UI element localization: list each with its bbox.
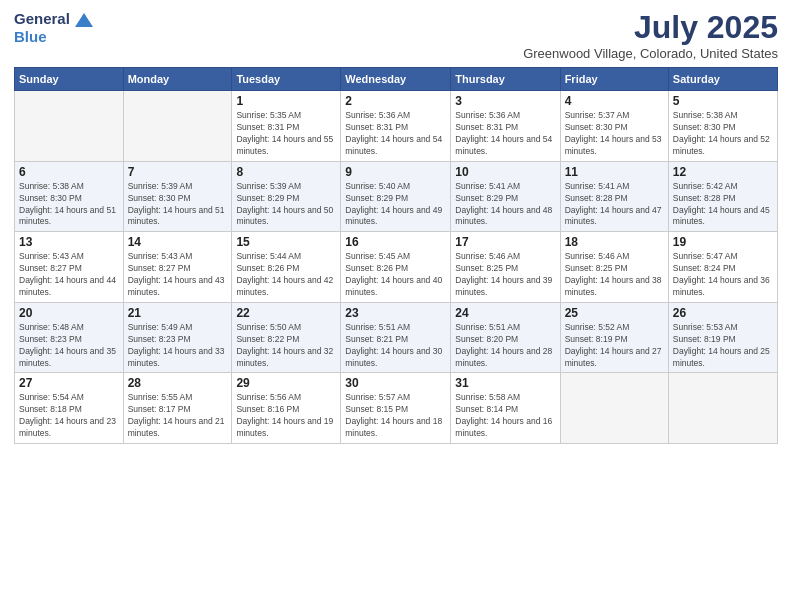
day-info: Sunrise: 5:44 AM Sunset: 8:26 PM Dayligh… bbox=[236, 251, 336, 299]
day-number: 31 bbox=[455, 376, 555, 390]
day-number: 30 bbox=[345, 376, 446, 390]
table-row: 9Sunrise: 5:40 AM Sunset: 8:29 PM Daylig… bbox=[341, 161, 451, 232]
day-number: 18 bbox=[565, 235, 664, 249]
day-info: Sunrise: 5:43 AM Sunset: 8:27 PM Dayligh… bbox=[128, 251, 228, 299]
calendar-week-row: 1Sunrise: 5:35 AM Sunset: 8:31 PM Daylig… bbox=[15, 91, 778, 162]
table-row: 28Sunrise: 5:55 AM Sunset: 8:17 PM Dayli… bbox=[123, 373, 232, 444]
day-info: Sunrise: 5:52 AM Sunset: 8:19 PM Dayligh… bbox=[565, 322, 664, 370]
table-row: 29Sunrise: 5:56 AM Sunset: 8:16 PM Dayli… bbox=[232, 373, 341, 444]
day-info: Sunrise: 5:36 AM Sunset: 8:31 PM Dayligh… bbox=[345, 110, 446, 158]
table-row: 12Sunrise: 5:42 AM Sunset: 8:28 PM Dayli… bbox=[668, 161, 777, 232]
day-number: 26 bbox=[673, 306, 773, 320]
day-number: 13 bbox=[19, 235, 119, 249]
calendar-week-row: 20Sunrise: 5:48 AM Sunset: 8:23 PM Dayli… bbox=[15, 302, 778, 373]
calendar-week-row: 27Sunrise: 5:54 AM Sunset: 8:18 PM Dayli… bbox=[15, 373, 778, 444]
page: General Blue July 2025 Greenwood Village… bbox=[0, 0, 792, 612]
table-row: 3Sunrise: 5:36 AM Sunset: 8:31 PM Daylig… bbox=[451, 91, 560, 162]
table-row: 14Sunrise: 5:43 AM Sunset: 8:27 PM Dayli… bbox=[123, 232, 232, 303]
day-number: 20 bbox=[19, 306, 119, 320]
day-info: Sunrise: 5:54 AM Sunset: 8:18 PM Dayligh… bbox=[19, 392, 119, 440]
table-row: 24Sunrise: 5:51 AM Sunset: 8:20 PM Dayli… bbox=[451, 302, 560, 373]
table-row: 17Sunrise: 5:46 AM Sunset: 8:25 PM Dayli… bbox=[451, 232, 560, 303]
logo-icon bbox=[75, 13, 93, 27]
table-row: 5Sunrise: 5:38 AM Sunset: 8:30 PM Daylig… bbox=[668, 91, 777, 162]
day-info: Sunrise: 5:41 AM Sunset: 8:28 PM Dayligh… bbox=[565, 181, 664, 229]
day-info: Sunrise: 5:41 AM Sunset: 8:29 PM Dayligh… bbox=[455, 181, 555, 229]
day-number: 5 bbox=[673, 94, 773, 108]
day-number: 3 bbox=[455, 94, 555, 108]
table-row bbox=[15, 91, 124, 162]
day-info: Sunrise: 5:58 AM Sunset: 8:14 PM Dayligh… bbox=[455, 392, 555, 440]
day-info: Sunrise: 5:42 AM Sunset: 8:28 PM Dayligh… bbox=[673, 181, 773, 229]
day-info: Sunrise: 5:53 AM Sunset: 8:19 PM Dayligh… bbox=[673, 322, 773, 370]
table-row bbox=[123, 91, 232, 162]
day-info: Sunrise: 5:50 AM Sunset: 8:22 PM Dayligh… bbox=[236, 322, 336, 370]
day-number: 29 bbox=[236, 376, 336, 390]
day-number: 6 bbox=[19, 165, 119, 179]
col-wednesday: Wednesday bbox=[341, 68, 451, 91]
table-row: 6Sunrise: 5:38 AM Sunset: 8:30 PM Daylig… bbox=[15, 161, 124, 232]
day-info: Sunrise: 5:46 AM Sunset: 8:25 PM Dayligh… bbox=[565, 251, 664, 299]
col-monday: Monday bbox=[123, 68, 232, 91]
day-info: Sunrise: 5:57 AM Sunset: 8:15 PM Dayligh… bbox=[345, 392, 446, 440]
day-info: Sunrise: 5:45 AM Sunset: 8:26 PM Dayligh… bbox=[345, 251, 446, 299]
table-row: 31Sunrise: 5:58 AM Sunset: 8:14 PM Dayli… bbox=[451, 373, 560, 444]
table-row: 18Sunrise: 5:46 AM Sunset: 8:25 PM Dayli… bbox=[560, 232, 668, 303]
col-thursday: Thursday bbox=[451, 68, 560, 91]
day-info: Sunrise: 5:43 AM Sunset: 8:27 PM Dayligh… bbox=[19, 251, 119, 299]
day-info: Sunrise: 5:40 AM Sunset: 8:29 PM Dayligh… bbox=[345, 181, 446, 229]
table-row: 11Sunrise: 5:41 AM Sunset: 8:28 PM Dayli… bbox=[560, 161, 668, 232]
day-number: 17 bbox=[455, 235, 555, 249]
day-number: 4 bbox=[565, 94, 664, 108]
day-number: 11 bbox=[565, 165, 664, 179]
table-row: 10Sunrise: 5:41 AM Sunset: 8:29 PM Dayli… bbox=[451, 161, 560, 232]
day-info: Sunrise: 5:39 AM Sunset: 8:29 PM Dayligh… bbox=[236, 181, 336, 229]
day-info: Sunrise: 5:47 AM Sunset: 8:24 PM Dayligh… bbox=[673, 251, 773, 299]
table-row bbox=[668, 373, 777, 444]
month-year: July 2025 bbox=[523, 10, 778, 45]
table-row: 15Sunrise: 5:44 AM Sunset: 8:26 PM Dayli… bbox=[232, 232, 341, 303]
day-number: 7 bbox=[128, 165, 228, 179]
table-row: 4Sunrise: 5:37 AM Sunset: 8:30 PM Daylig… bbox=[560, 91, 668, 162]
day-number: 10 bbox=[455, 165, 555, 179]
location: Greenwood Village, Colorado, United Stat… bbox=[523, 46, 778, 61]
table-row: 21Sunrise: 5:49 AM Sunset: 8:23 PM Dayli… bbox=[123, 302, 232, 373]
day-number: 2 bbox=[345, 94, 446, 108]
calendar-week-row: 13Sunrise: 5:43 AM Sunset: 8:27 PM Dayli… bbox=[15, 232, 778, 303]
table-row: 13Sunrise: 5:43 AM Sunset: 8:27 PM Dayli… bbox=[15, 232, 124, 303]
day-number: 27 bbox=[19, 376, 119, 390]
calendar-table: Sunday Monday Tuesday Wednesday Thursday… bbox=[14, 67, 778, 444]
day-info: Sunrise: 5:35 AM Sunset: 8:31 PM Dayligh… bbox=[236, 110, 336, 158]
logo-blue: Blue bbox=[14, 28, 47, 45]
day-number: 15 bbox=[236, 235, 336, 249]
col-tuesday: Tuesday bbox=[232, 68, 341, 91]
logo: General Blue bbox=[14, 10, 94, 46]
day-number: 24 bbox=[455, 306, 555, 320]
day-number: 16 bbox=[345, 235, 446, 249]
day-info: Sunrise: 5:51 AM Sunset: 8:21 PM Dayligh… bbox=[345, 322, 446, 370]
day-number: 28 bbox=[128, 376, 228, 390]
day-info: Sunrise: 5:38 AM Sunset: 8:30 PM Dayligh… bbox=[19, 181, 119, 229]
table-row: 26Sunrise: 5:53 AM Sunset: 8:19 PM Dayli… bbox=[668, 302, 777, 373]
day-number: 14 bbox=[128, 235, 228, 249]
day-info: Sunrise: 5:51 AM Sunset: 8:20 PM Dayligh… bbox=[455, 322, 555, 370]
day-number: 9 bbox=[345, 165, 446, 179]
calendar-header-row: Sunday Monday Tuesday Wednesday Thursday… bbox=[15, 68, 778, 91]
logo-general: General bbox=[14, 10, 70, 27]
logo-text: General bbox=[14, 10, 94, 28]
calendar-week-row: 6Sunrise: 5:38 AM Sunset: 8:30 PM Daylig… bbox=[15, 161, 778, 232]
day-info: Sunrise: 5:49 AM Sunset: 8:23 PM Dayligh… bbox=[128, 322, 228, 370]
day-number: 22 bbox=[236, 306, 336, 320]
day-info: Sunrise: 5:36 AM Sunset: 8:31 PM Dayligh… bbox=[455, 110, 555, 158]
day-number: 8 bbox=[236, 165, 336, 179]
table-row: 22Sunrise: 5:50 AM Sunset: 8:22 PM Dayli… bbox=[232, 302, 341, 373]
table-row: 25Sunrise: 5:52 AM Sunset: 8:19 PM Dayli… bbox=[560, 302, 668, 373]
svg-marker-0 bbox=[75, 13, 93, 27]
table-row: 7Sunrise: 5:39 AM Sunset: 8:30 PM Daylig… bbox=[123, 161, 232, 232]
day-number: 21 bbox=[128, 306, 228, 320]
table-row: 19Sunrise: 5:47 AM Sunset: 8:24 PM Dayli… bbox=[668, 232, 777, 303]
day-info: Sunrise: 5:56 AM Sunset: 8:16 PM Dayligh… bbox=[236, 392, 336, 440]
day-info: Sunrise: 5:48 AM Sunset: 8:23 PM Dayligh… bbox=[19, 322, 119, 370]
day-number: 12 bbox=[673, 165, 773, 179]
day-number: 25 bbox=[565, 306, 664, 320]
